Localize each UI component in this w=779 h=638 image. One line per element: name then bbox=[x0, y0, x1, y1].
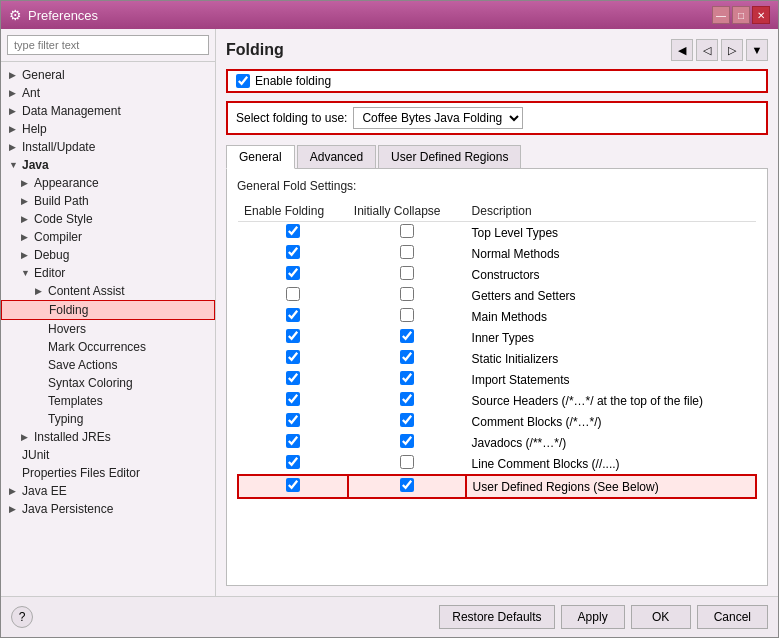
forward-button-left[interactable]: ◁ bbox=[696, 39, 718, 61]
tree-item-label: Code Style bbox=[34, 212, 93, 226]
minimize-button[interactable]: — bbox=[712, 6, 730, 24]
table-row: Line Comment Blocks (//....) bbox=[238, 453, 756, 475]
enable-folding-checkbox[interactable] bbox=[236, 74, 250, 88]
tree-item-label: JUnit bbox=[22, 448, 49, 462]
tree-item-java[interactable]: ▼Java bbox=[1, 156, 215, 174]
enable-fold-cell bbox=[238, 369, 348, 390]
collapse-checkbox[interactable] bbox=[400, 308, 414, 322]
enable-fold-checkbox[interactable] bbox=[286, 434, 300, 448]
collapse-checkbox[interactable] bbox=[400, 350, 414, 364]
tree-item-label: Hovers bbox=[48, 322, 86, 336]
tree-item-folding[interactable]: Folding bbox=[1, 300, 215, 320]
table-row: Inner Types bbox=[238, 327, 756, 348]
main-panel: Folding ◀ ◁ ▷ ▼ Enable folding Select fo… bbox=[216, 29, 778, 596]
content-area: ▶General▶Ant▶Data Management▶Help▶Instal… bbox=[1, 29, 778, 596]
collapse-checkbox[interactable] bbox=[400, 434, 414, 448]
tree-item-build-path[interactable]: ▶Build Path bbox=[1, 192, 215, 210]
collapse-checkbox[interactable] bbox=[400, 455, 414, 469]
collapse-checkbox[interactable] bbox=[400, 245, 414, 259]
enable-fold-checkbox[interactable] bbox=[286, 308, 300, 322]
tree-item-label: Editor bbox=[34, 266, 65, 280]
tree-item-editor[interactable]: ▼Editor bbox=[1, 264, 215, 282]
filter-input[interactable] bbox=[7, 35, 209, 55]
close-button[interactable]: ✕ bbox=[752, 6, 770, 24]
enable-fold-cell bbox=[238, 243, 348, 264]
tree-item-content-assist[interactable]: ▶Content Assist bbox=[1, 282, 215, 300]
enable-fold-checkbox[interactable] bbox=[286, 478, 300, 492]
tree-item-label: Java bbox=[22, 158, 49, 172]
tree-item-save-actions[interactable]: Save Actions bbox=[1, 356, 215, 374]
tree-item-junit[interactable]: JUnit bbox=[1, 446, 215, 464]
restore-defaults-button[interactable]: Restore Defaults bbox=[439, 605, 554, 629]
tree-item-data-management[interactable]: ▶Data Management bbox=[1, 102, 215, 120]
collapse-checkbox[interactable] bbox=[400, 329, 414, 343]
enable-fold-checkbox[interactable] bbox=[286, 350, 300, 364]
tree-item-hovers[interactable]: Hovers bbox=[1, 320, 215, 338]
tree-item-help[interactable]: ▶Help bbox=[1, 120, 215, 138]
collapse-cell bbox=[348, 411, 466, 432]
description-cell: Constructors bbox=[466, 264, 756, 285]
tree-item-typing[interactable]: Typing bbox=[1, 410, 215, 428]
tree-item-debug[interactable]: ▶Debug bbox=[1, 246, 215, 264]
tree-arrow-icon: ▶ bbox=[9, 486, 19, 496]
collapse-cell bbox=[348, 285, 466, 306]
collapse-checkbox[interactable] bbox=[400, 224, 414, 238]
enable-fold-checkbox[interactable] bbox=[286, 329, 300, 343]
enable-fold-checkbox[interactable] bbox=[286, 224, 300, 238]
collapse-checkbox[interactable] bbox=[400, 413, 414, 427]
collapse-checkbox[interactable] bbox=[400, 478, 414, 492]
tree-item-properties-files-editor[interactable]: Properties Files Editor bbox=[1, 464, 215, 482]
tree-item-installed-jres[interactable]: ▶Installed JREs bbox=[1, 428, 215, 446]
tree-item-syntax-coloring[interactable]: Syntax Coloring bbox=[1, 374, 215, 392]
ok-button[interactable]: OK bbox=[631, 605, 691, 629]
tree-arrow-icon: ▶ bbox=[21, 214, 31, 224]
title-bar: ⚙ Preferences — □ ✕ bbox=[1, 1, 778, 29]
folding-select[interactable]: Coffee Bytes Java Folding bbox=[353, 107, 523, 129]
tree-item-java-persistence[interactable]: ▶Java Persistence bbox=[1, 500, 215, 518]
tree-arrow-icon: ▶ bbox=[9, 106, 19, 116]
enable-fold-checkbox[interactable] bbox=[286, 266, 300, 280]
description-cell: Static Initializers bbox=[466, 348, 756, 369]
maximize-button[interactable]: □ bbox=[732, 6, 750, 24]
tree-item-label: Data Management bbox=[22, 104, 121, 118]
cancel-button[interactable]: Cancel bbox=[697, 605, 768, 629]
tree-item-install/update[interactable]: ▶Install/Update bbox=[1, 138, 215, 156]
collapse-checkbox[interactable] bbox=[400, 287, 414, 301]
collapse-cell bbox=[348, 453, 466, 475]
tree-item-templates[interactable]: Templates bbox=[1, 392, 215, 410]
apply-button[interactable]: Apply bbox=[561, 605, 625, 629]
tab-advanced[interactable]: Advanced bbox=[297, 145, 376, 168]
tree-arrow-icon: ▶ bbox=[9, 70, 19, 80]
tree-item-appearance[interactable]: ▶Appearance bbox=[1, 174, 215, 192]
tab-user-defined-regions[interactable]: User Defined Regions bbox=[378, 145, 521, 168]
collapse-checkbox[interactable] bbox=[400, 392, 414, 406]
col-collapse: Initially Collapse bbox=[348, 201, 466, 222]
enable-fold-checkbox[interactable] bbox=[286, 392, 300, 406]
tree-item-ant[interactable]: ▶Ant bbox=[1, 84, 215, 102]
tree-item-general[interactable]: ▶General bbox=[1, 66, 215, 84]
forward-button-right[interactable]: ▷ bbox=[721, 39, 743, 61]
help-button[interactable]: ? bbox=[11, 606, 33, 628]
table-row: Constructors bbox=[238, 264, 756, 285]
enable-fold-checkbox[interactable] bbox=[286, 287, 300, 301]
tree-arrow-icon: ▶ bbox=[35, 286, 45, 296]
enable-fold-checkbox[interactable] bbox=[286, 455, 300, 469]
tree-item-label: Help bbox=[22, 122, 47, 136]
collapse-cell bbox=[348, 369, 466, 390]
enable-fold-checkbox[interactable] bbox=[286, 371, 300, 385]
tree-item-mark-occurrences[interactable]: Mark Occurrences bbox=[1, 338, 215, 356]
back-button[interactable]: ◀ bbox=[671, 39, 693, 61]
collapse-checkbox[interactable] bbox=[400, 371, 414, 385]
tree-item-compiler[interactable]: ▶Compiler bbox=[1, 228, 215, 246]
collapse-cell bbox=[348, 264, 466, 285]
tree-arrow-icon: ▶ bbox=[9, 124, 19, 134]
tree-item-code-style[interactable]: ▶Code Style bbox=[1, 210, 215, 228]
collapse-checkbox[interactable] bbox=[400, 266, 414, 280]
tab-general[interactable]: General bbox=[226, 145, 295, 169]
tree-item-java-ee[interactable]: ▶Java EE bbox=[1, 482, 215, 500]
enable-fold-checkbox[interactable] bbox=[286, 413, 300, 427]
tree-item-label: Java Persistence bbox=[22, 502, 113, 516]
enable-fold-checkbox[interactable] bbox=[286, 245, 300, 259]
dropdown-button[interactable]: ▼ bbox=[746, 39, 768, 61]
tree-item-label: Build Path bbox=[34, 194, 89, 208]
